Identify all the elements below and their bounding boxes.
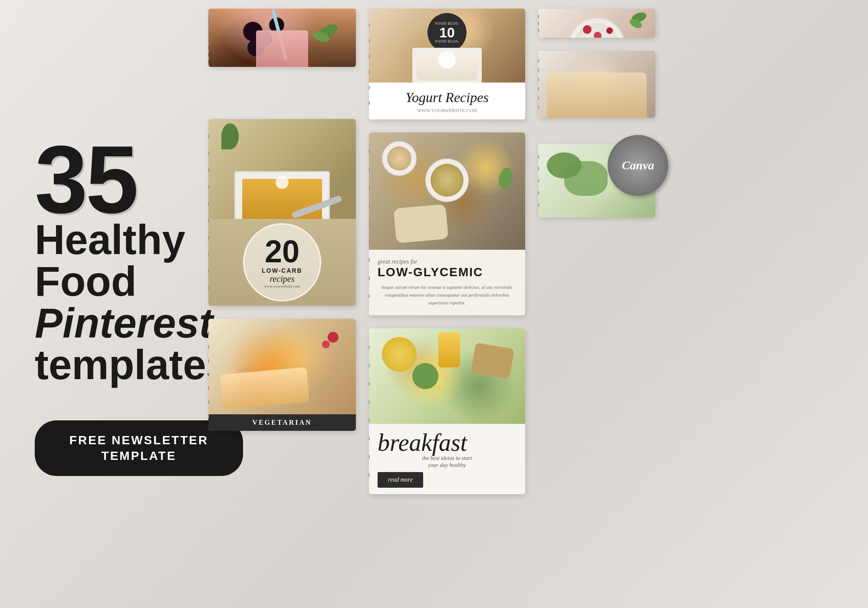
ring [369,275,370,282]
spiral-binding-6 [369,333,370,490]
ring [208,251,209,258]
ring [208,217,209,224]
glycemic-title: LOW-GLYCEMIC [378,265,516,279]
vegetarian-label: VEGETARIAN [208,414,356,431]
ring [538,13,539,20]
vegetarian-text: VEGETARIAN [252,419,312,426]
gluten-pasta-card[interactable]: Gluter Pas snack [538,51,655,118]
smoothie-card[interactable]: 10 BEST SMOOTHIES RECEPIES read more › [208,9,356,67]
ring [208,413,209,420]
ring [208,150,209,157]
recipe-top-card[interactable]: www.yourwebsite recip [538,9,655,38]
ring [208,330,209,337]
ring [369,472,370,479]
ring [208,183,209,190]
ring [208,371,209,378]
ring [538,153,539,160]
ring [208,167,209,174]
glycemic-body-text: Itaque earum rerum hic tenetur a sapient… [378,284,516,307]
low-carb-subtitle: recipes [270,274,294,284]
newsletter-line2: TEMPLATE [102,449,177,463]
soup-bowl-outer [234,171,330,219]
berry-bowl [569,17,625,38]
ring [208,344,209,350]
ring [369,435,370,442]
yogurt-bowl [412,48,482,83]
spiral-binding-5 [369,137,370,311]
breakfast-image [369,328,525,424]
breakfast-body: breakfast the best ideias to start your … [369,424,525,494]
low-carb-number: 20 [265,236,299,267]
ring [369,84,370,91]
ring [208,13,209,20]
ring [208,385,209,392]
ring [369,99,370,106]
pomegranate [328,332,339,343]
spiral-binding-3 [208,323,209,426]
ring [369,362,370,369]
ring [369,53,370,60]
ring [538,27,539,34]
breakfast-subtitle: the best ideias to start your day health… [378,455,516,469]
ring [208,234,209,241]
plate-food-2 [431,164,464,197]
ring [538,104,539,111]
bread [471,343,515,380]
low-glycemic-card[interactable]: ♡ great recipes for LOW-GLYCEMIC Itaque … [369,132,525,315]
sandwich [394,204,449,243]
juice-glass [438,333,460,367]
ring [538,20,539,27]
ring [369,399,370,406]
ring [538,86,539,93]
ring [369,344,370,351]
ring [369,293,370,300]
smoothie-glass [256,30,308,67]
cards-area: 10 BEST SMOOTHIES RECEPIES read more › [182,0,868,608]
vegetarian-card[interactable]: VEGETARIAN [208,319,356,431]
glycemic-image: ♡ [369,132,525,250]
herb [221,123,239,149]
soup-cream [276,176,289,189]
smoothie-image [208,9,356,67]
ring [369,238,370,245]
ring [538,177,539,184]
low-carb-card[interactable]: 20 LOW-CARB recipes www.yourwebsite.com [208,119,356,306]
ring [208,284,209,291]
breakfast-sub2: your day healthy [428,462,466,468]
glycemic-tag: great recipes for [378,258,516,265]
canva-badge[interactable]: Canva [608,135,668,196]
herb-breakfast [412,363,438,389]
berry-r3 [606,27,613,34]
ring [208,268,209,274]
gluten-image [538,51,655,118]
berry-r1 [583,25,592,34]
yogurt-card[interactable]: FOOD BLOG 10 FOOD BLOG Yogurt Recipes WW… [369,9,525,119]
pomegranate-2 [322,340,330,348]
ring [369,69,370,76]
canva-text: Canva [622,159,654,172]
ring [538,57,539,64]
ring [538,67,539,74]
ring [369,166,370,173]
ring [369,417,370,424]
column-1: 10 BEST SMOOTHIES RECEPIES read more › [208,0,356,444]
ring [208,34,209,41]
herb-garnish [496,166,515,190]
breakfast-card[interactable]: breakfast the best ideias to start your … [369,328,525,494]
yogurt-title: Yogurt Recipes [378,89,516,106]
ring [538,202,539,208]
pasta-plate [547,73,647,118]
breakfast-read-more[interactable]: read more [378,472,423,488]
greens-2 [564,161,608,196]
ring [208,133,209,140]
vegetarian-image [208,319,356,414]
rolled-food [220,367,309,409]
column-2: FOOD BLOG 10 FOOD BLOG Yogurt Recipes WW… [369,0,525,507]
ring [208,399,209,406]
ring [208,48,209,55]
glycemic-body: great recipes for LOW-GLYCEMIC Itaque ea… [369,250,525,315]
plate-1 [382,141,417,176]
ring [208,20,209,27]
ring [369,257,370,264]
egg-yolk [382,337,417,372]
